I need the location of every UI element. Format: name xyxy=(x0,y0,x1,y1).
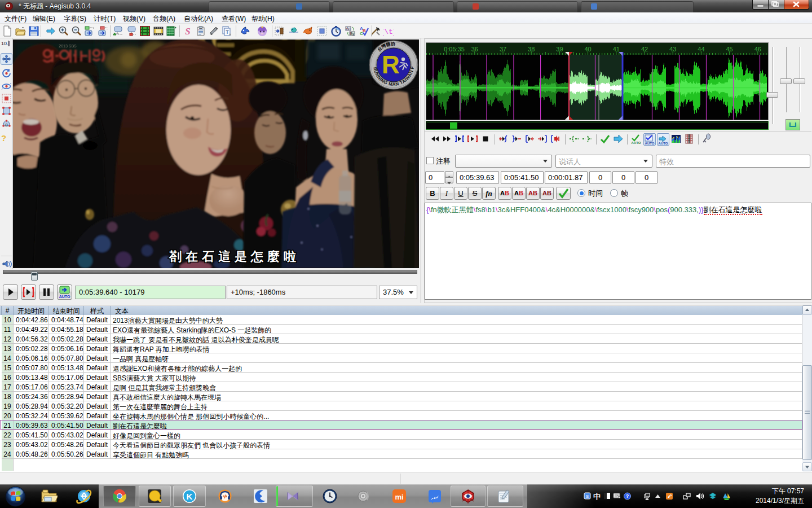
svg-text:An: An xyxy=(346,27,351,30)
svg-text:C: C xyxy=(360,31,363,36)
svg-text:AUTO: AUTO xyxy=(659,142,668,145)
svg-text:S: S xyxy=(185,26,190,37)
svg-text:AUTO: AUTO xyxy=(632,141,641,144)
svg-text:0:05:35: 0:05:35 xyxy=(444,46,465,52)
svg-text:mi: mi xyxy=(395,493,403,501)
svg-text:K: K xyxy=(187,492,193,501)
svg-text:S: S xyxy=(586,494,589,499)
svg-text:8: 8 xyxy=(5,122,8,128)
svg-text:{\t}: {\t} xyxy=(383,28,394,36)
svg-text:AUTO: AUTO xyxy=(59,295,70,299)
svg-text:?: ? xyxy=(626,493,629,499)
svg-text:T: T xyxy=(226,29,229,35)
svg-text:By: By xyxy=(350,32,355,36)
svg-text:AUTO: AUTO xyxy=(645,142,655,145)
svg-text:剳在石這是怎麼啦: 剳在石這是怎麼啦 xyxy=(169,249,300,264)
